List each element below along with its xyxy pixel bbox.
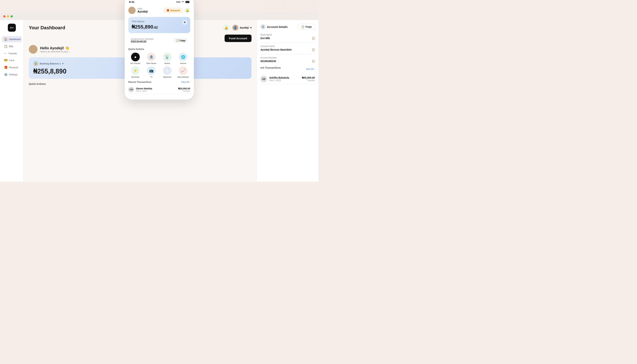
bank-name-value: Dot Mfb — [260, 37, 270, 40]
internet-icon: 🌐 — [179, 52, 188, 61]
sidebar-logo: dot — [8, 24, 16, 32]
statement-icon: 📄 — [163, 66, 172, 75]
statement-label: Statement — [163, 76, 172, 78]
phone-account-name: Ayodeji Benson Bamidele — [131, 38, 154, 40]
phone-tx-item: GM Gbemi Matilda Feb 2, 2023 ₦20,000.00 … — [128, 85, 190, 94]
bank-name-label: Bank Name — [260, 34, 315, 36]
avatar: 👤 — [232, 25, 238, 30]
phone-action-airtime[interactable]: 📡 Airtime — [160, 52, 174, 64]
phone-name-text: Ayodeji — [138, 10, 148, 13]
sidebar-label-bills: Bills — [9, 45, 14, 48]
sidebar-label-transfer: Transfer — [8, 52, 17, 55]
tv-icon: 📺 — [147, 66, 156, 75]
phone-header: Hello, Ayodeji 🎁 Rewards 🔔 — [128, 7, 190, 14]
rewards-icon: 🎁 — [4, 66, 8, 69]
other-banks-icon: 🏦 — [147, 52, 156, 61]
sidebar-item-dashboard[interactable]: 🏠 Dashboard — [2, 36, 22, 42]
phone-copy-button[interactable]: 📋 Copy — [174, 38, 188, 43]
phone-recent-header: Recent Transactions View all › — [128, 81, 190, 83]
sidebar-label-dashboard: Dashboard — [9, 38, 21, 40]
notification-bell[interactable]: 🔔 — [223, 24, 230, 31]
banking-balance-label: Banking Balance 1 — [40, 62, 61, 65]
bank-name-row: Bank Name Dot Mfb 📋 — [260, 34, 315, 40]
separator — [260, 42, 315, 43]
user-name: Ayodeji — [240, 26, 249, 29]
phone-action-internet[interactable]: 🌐 Internet — [176, 52, 190, 64]
phone-action-dot-transfer[interactable]: ● Dot Transfer — [128, 52, 142, 64]
phone-account-row: Ayodeji Benson Bamidele 03213144132 📋 Co… — [128, 36, 190, 45]
phone-rewards-button[interactable]: 🎁 Rewards — [164, 8, 183, 13]
mac-close-dot[interactable] — [3, 15, 6, 18]
recent-tx-right-header: ent Transactions See All › — [260, 66, 315, 72]
logo-text: dot — [10, 26, 14, 29]
bank-name-copy-icon[interactable]: 📋 — [312, 37, 315, 40]
bills-icon: 📋 — [4, 44, 8, 48]
phone-tx-amount: ₦20,000.00 — [178, 87, 190, 90]
sidebar-item-bills[interactable]: 📋 Bills — [2, 43, 22, 50]
sidebar: dot 🏠 Dashboard 📋 Bills ↔️ Transfer 💳 Ca… — [0, 20, 24, 181]
greeting-hello: Hello Ayodeji! 👋 — [40, 46, 70, 50]
phone-action-tv[interactable]: 📺 TV — [144, 66, 158, 78]
header-right: 🔔 👤 Ayodeji ▾ — [223, 24, 252, 31]
airtime-icon: 📡 — [163, 52, 172, 61]
account-name-copy-icon[interactable]: 📋 — [312, 48, 315, 51]
phone-status-icons: ▪▪▪▪ 〜 — [176, 0, 190, 4]
chevron-down-icon: ▾ — [62, 62, 64, 65]
other-banks-label: Other Banks — [146, 62, 156, 64]
phone-action-other-banks[interactable]: 🏦 Other Banks — [144, 52, 158, 64]
dot-transfer-label: Dot Transfer — [130, 62, 140, 64]
chevron-down-icon: ▾ — [250, 26, 252, 29]
greeting-text: Hello Ayodeji! 👋 Here's an overview of y… — [40, 46, 70, 53]
greeting-subtitle: Here's an overview of your... — [40, 50, 70, 53]
sidebar-item-settings[interactable]: ⚙️ Settings — [2, 71, 22, 78]
phone-action-bank-network[interactable]: 📈 Bank Network — [176, 66, 190, 78]
see-all-link[interactable]: See All › — [306, 68, 315, 70]
phone-overlay: 9:41 ▪▪▪▪ 〜 Hello, Ayodeji 🎁 Rewards 🔔 T… — [125, 0, 194, 100]
tx-type: Transfer — [302, 79, 315, 82]
phone-avatar — [128, 7, 136, 14]
account-number-copy-icon[interactable]: 📋 — [312, 60, 315, 62]
sidebar-item-transfer[interactable]: ↔️ Transfer — [2, 50, 22, 56]
dot-transfer-icon: ● — [131, 52, 140, 61]
phone-tx-type: Transfer — [178, 90, 190, 92]
signal-icon: ▪▪▪▪ — [176, 0, 180, 4]
phone-greeting: Hello, Ayodeji — [128, 7, 148, 14]
battery-icon — [186, 1, 190, 3]
tv-label: TV — [150, 76, 152, 78]
phone-notification-bell[interactable]: 🔔 — [184, 8, 190, 13]
phone-recent-label: Recent Transactions — [128, 81, 152, 83]
bank-network-icon: 📈 — [179, 66, 188, 75]
chevron-right-icon: › — [314, 68, 315, 70]
phone-account-number: 03213144132 — [131, 40, 154, 43]
account-details-title: 🏦 Account Details — [260, 24, 288, 29]
user-chip[interactable]: 👤 Ayodeji ▾ — [232, 25, 252, 30]
electricity-label: Electricity — [132, 76, 139, 78]
phone-tx-date: Feb 2, 2023 — [136, 90, 152, 92]
chevron-right-icon: › — [190, 81, 190, 83]
phone-action-statement[interactable]: 📄 Statement — [160, 66, 174, 78]
phone-hello-text: Hello, — [138, 8, 148, 10]
copy-icon: 📋 — [301, 25, 304, 28]
sidebar-label-card: Card — [9, 59, 14, 62]
sidebar-item-rewards[interactable]: 🎁 Rewards — [2, 64, 22, 70]
page-title: Your Dashboard — [29, 25, 65, 30]
card-icon: 💳 — [4, 58, 8, 62]
phone-quick-actions-label: Quick Actions — [128, 48, 190, 50]
phone-action-electricity[interactable]: ⚡ Electricity — [128, 66, 142, 78]
transfer-icon: ↔️ — [4, 52, 7, 55]
phone-view-all-link[interactable]: View all › — [181, 81, 190, 83]
mac-maximize-dot[interactable] — [10, 15, 13, 18]
bank-network-label: Bank Network — [178, 76, 189, 78]
electricity-icon: ⚡ — [131, 66, 140, 75]
copy-button-details[interactable]: 📋 Copy — [298, 24, 315, 30]
phone-time: 9:41 — [129, 0, 134, 4]
phone-eye-icon[interactable]: 👁 — [182, 20, 187, 25]
dashboard-icon: 🏠 — [4, 38, 8, 41]
balance-icon: 💰 — [33, 61, 38, 66]
table-row: AB Adefila Bahatola Feb 2, 2023 ₦20,000.… — [260, 74, 315, 84]
sidebar-item-card[interactable]: 💳 Card — [2, 57, 22, 64]
mac-minimize-dot[interactable] — [7, 15, 9, 18]
airtime-label: Airtime — [164, 62, 170, 64]
account-name-row: Account Name Ayodeji Benson Bamidele 📋 — [260, 45, 315, 51]
fund-account-button[interactable]: Fund Account — [224, 34, 252, 42]
